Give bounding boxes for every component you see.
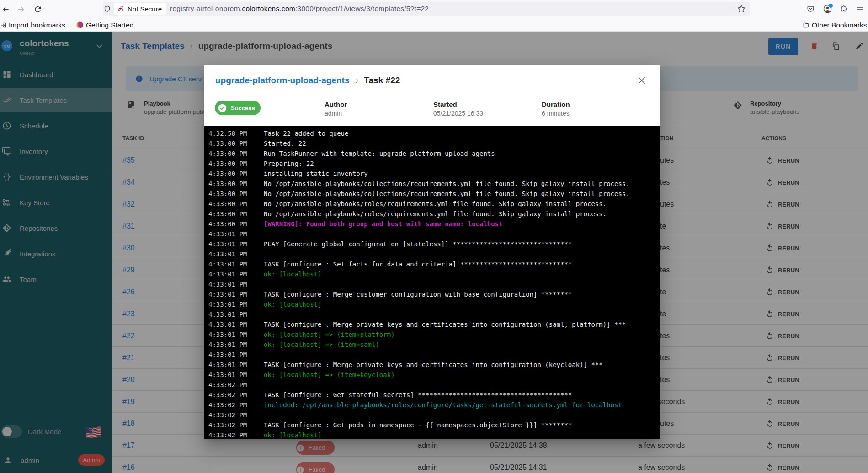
terminal-timestamp: 4:33:01 PM — [204, 309, 264, 319]
terminal-line: 4:33:00 PM Run TaskRunner with template:… — [204, 149, 660, 159]
dialog-task-number: Task #22 — [364, 75, 400, 85]
back-icon[interactable] — [0, 3, 11, 15]
terminal-text: included: /opt/ansible-playbooks/roles/c… — [264, 400, 622, 410]
terminal-line: 4:33:02 PM TASK [configure : Get statefu… — [204, 390, 660, 400]
terminal-timestamp: 4:33:01 PM — [204, 319, 264, 330]
forward-icon[interactable] — [15, 3, 27, 15]
terminal-line: 4:33:01 PM — [204, 249, 660, 259]
terminal-timestamp: 4:33:02 PM — [204, 400, 264, 410]
terminal-line: 4:33:02 PM TASK [configure : Get pods in… — [204, 420, 660, 430]
terminal-timestamp: 4:33:01 PM — [204, 299, 264, 309]
terminal-line: 4:33:01 PM ok: [localhost] => (item=saml… — [204, 340, 660, 350]
url-prefix: registry-airtel-onprem. — [170, 5, 242, 12]
terminal-timestamp: 4:33:00 PM — [204, 199, 264, 209]
terminal-line: 4:33:00 PM No /opt/ansible-playbooks/rol… — [204, 209, 660, 219]
terminal-timestamp: 4:33:01 PM — [204, 259, 264, 269]
url-domain: colortokens.com — [242, 5, 295, 12]
pocket-icon[interactable] — [807, 5, 814, 12]
terminal-line: 4:33:01 PM PLAY [Generate global configu… — [204, 239, 660, 249]
terminal-timestamp: 4:33:01 PM — [204, 340, 264, 350]
terminal-line: 4:33:01 PM TASK [configure : Set facts f… — [204, 259, 660, 269]
bookmark-star-icon[interactable] — [737, 5, 746, 13]
duration-value: 6 minutes — [542, 110, 570, 117]
terminal-text: TASK [configure : Merge private keys and… — [264, 360, 603, 370]
terminal-line: 4:33:02 PM included: /opt/ansible-playbo… — [204, 400, 660, 410]
terminal-line: 4:33:01 PM TASK [configure : Merge priva… — [204, 360, 660, 370]
url-bar[interactable]: Not Secure registry-airtel-onprem.colort… — [103, 2, 750, 16]
terminal-timestamp: 4:33:02 PM — [204, 380, 264, 390]
terminal-timestamp: 4:33:02 PM — [204, 390, 264, 400]
terminal-timestamp: 4:33:01 PM — [204, 330, 264, 340]
terminal-line: 4:32:58 PM Task 22 added to queue — [204, 128, 660, 138]
terminal-timestamp: 4:33:01 PM — [204, 229, 264, 239]
terminal-timestamp: 4:33:00 PM — [204, 169, 264, 179]
bookmark-getting-started[interactable]: Getting Started — [76, 18, 133, 32]
browser-toolbar: Not Secure registry-airtel-onprem.colort… — [0, 0, 868, 18]
bookmark-import[interactable]: Import bookmarks… — [1, 18, 73, 32]
terminal-line: 4:33:02 PM — [204, 380, 660, 390]
other-bookmarks[interactable]: Other Bookmarks — [803, 18, 867, 32]
terminal-timestamp: 4:32:58 PM — [204, 128, 264, 138]
terminal-text: [WARNING]: Found both group and host wit… — [264, 219, 503, 229]
terminal-line: 4:33:00 PM [WARNING]: Found both group a… — [204, 219, 660, 229]
task-dialog: upgrade-platform-upload-agents › Task #2… — [204, 65, 660, 439]
terminal-text: Run TaskRunner with template: upgrade-pl… — [264, 149, 495, 159]
menu-icon[interactable] — [857, 6, 863, 12]
terminal-text: ok: [localhost] => (item=platform) — [264, 330, 395, 340]
terminal-text: No /opt/ansible-playbooks/collections/re… — [264, 179, 630, 189]
terminal-text: No /opt/ansible-playbooks/collections/re… — [264, 189, 630, 199]
terminal-timestamp: 4:33:00 PM — [204, 149, 264, 159]
import-icon — [1, 22, 6, 28]
not-secure-label: Not Secure — [128, 5, 162, 13]
terminal-timestamp: 4:33:00 PM — [204, 189, 264, 199]
terminal-text: TASK [configure : Set facts for data and… — [264, 259, 572, 269]
terminal-line: 4:33:01 PM ok: [localhost] => (item=plat… — [204, 330, 660, 340]
account-icon[interactable] — [823, 5, 832, 13]
meta-started: Started 05/21/2025 16:33 — [433, 101, 483, 117]
terminal-text: PLAY [Generate global configuration [sta… — [264, 239, 572, 249]
dialog-template-link[interactable]: upgrade-platform-upload-agents — [215, 75, 349, 85]
terminal-timestamp: 4:33:00 PM — [204, 219, 264, 229]
author-value: admin — [325, 110, 347, 117]
terminal-timestamp: 4:33:02 PM — [204, 430, 264, 439]
terminal-text: ok: [localhost] — [264, 269, 321, 279]
terminal-text: TASK [configure : Get stateful secrets] … — [264, 390, 572, 400]
terminal-line: 4:33:01 PM — [204, 350, 660, 360]
terminal-line: 4:33:02 PM ok: [localhost] — [204, 430, 660, 439]
terminal-text: Preparing: 22 — [264, 159, 314, 169]
terminal-text: ok: [localhost] — [264, 299, 321, 309]
check-circle-icon — [218, 103, 227, 113]
folder-icon — [803, 22, 809, 28]
close-icon[interactable] — [637, 76, 646, 85]
task-log-terminal[interactable]: 4:32:58 PM Task 22 added to queue 4:33:0… — [204, 126, 660, 439]
terminal-line: 4:33:01 PM ok: [localhost] — [204, 269, 660, 279]
terminal-text: ok: [localhost] => (item=saml) — [264, 340, 379, 350]
shield-icon[interactable] — [104, 5, 111, 13]
not-secure-chip[interactable]: Not Secure — [114, 3, 166, 15]
started-label: Started — [433, 101, 483, 108]
reload-icon[interactable] — [32, 3, 43, 15]
terminal-timestamp: 4:33:01 PM — [204, 249, 264, 259]
status-chip: Success — [215, 101, 261, 115]
terminal-text: Started: 22 — [264, 138, 306, 149]
terminal-timestamp: 4:33:01 PM — [204, 269, 264, 279]
extensions-icon[interactable] — [840, 5, 847, 13]
bookmarks-bar: Import bookmarks… Getting Started Other … — [0, 18, 868, 32]
terminal-timestamp: 4:33:00 PM — [204, 138, 264, 149]
terminal-line: 4:33:01 PM — [204, 279, 660, 289]
terminal-timestamp: 4:33:01 PM — [204, 289, 264, 299]
terminal-line: 4:33:01 PM — [204, 309, 660, 319]
terminal-text: Task 22 added to queue — [264, 128, 348, 138]
meta-author: Author admin — [325, 101, 347, 117]
terminal-text: installing static inventory — [264, 169, 368, 179]
terminal-text: ok: [localhost] — [264, 430, 321, 439]
terminal-timestamp: 4:33:00 PM — [204, 179, 264, 189]
account-notification-dot — [829, 4, 833, 8]
terminal-line: 4:33:01 PM TASK [configure : Merge priva… — [204, 319, 660, 330]
terminal-line: 4:33:00 PM No /opt/ansible-playbooks/col… — [204, 189, 660, 199]
terminal-timestamp: 4:33:00 PM — [204, 209, 264, 219]
terminal-line: 4:33:01 PM ok: [localhost] — [204, 299, 660, 309]
terminal-line: 4:33:00 PM Preparing: 22 — [204, 159, 660, 169]
terminal-line: 4:33:01 PM — [204, 229, 660, 239]
terminal-timestamp: 4:33:02 PM — [204, 410, 264, 420]
